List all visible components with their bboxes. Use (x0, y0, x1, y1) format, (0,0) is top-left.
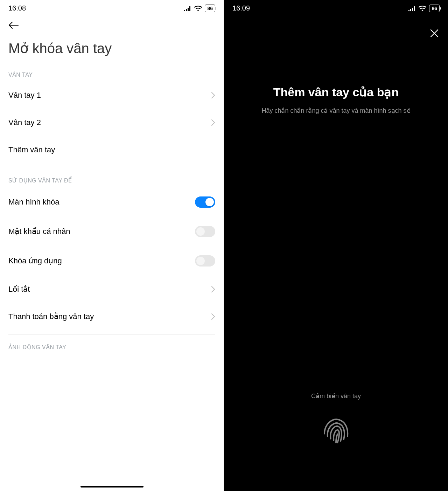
wifi-icon (194, 6, 202, 11)
list-item-label: Mật khẩu cá nhân (8, 227, 70, 236)
status-indicators: 86 (408, 5, 440, 12)
shortcut-row[interactable]: Lối tắt (0, 276, 224, 303)
section-divider (8, 168, 215, 168)
chevron-right-icon (211, 286, 215, 293)
app-lock-toggle-row[interactable]: Khóa ứng dụng (0, 246, 224, 276)
sensor-label: Cảm biến vân tay (224, 392, 448, 400)
fingerprint-icon (317, 413, 355, 451)
status-indicators: 86 (184, 5, 215, 12)
status-bar: 16:08 86 (0, 0, 224, 15)
battery-level: 86 (207, 6, 213, 11)
list-item-label: Thanh toán bằng vân tay (8, 312, 94, 321)
section-header-usage: SỬ DỤNG VÂN TAY ĐỂ (0, 172, 224, 187)
chevron-right-icon (211, 313, 215, 320)
wifi-icon (419, 6, 426, 11)
home-indicator[interactable] (80, 486, 144, 487)
add-fingerprint-content: Thêm vân tay của bạn Hãy chắn chắn rằng … (224, 15, 448, 115)
status-bar: 16:09 86 (224, 0, 448, 15)
lock-screen-toggle[interactable] (195, 196, 215, 208)
list-item-label: Màn hình khóa (8, 198, 59, 207)
close-button[interactable] (430, 29, 439, 39)
chevron-right-icon (211, 92, 215, 99)
cellular-signal-icon (184, 6, 191, 11)
section-header-animation: ẢNH ĐỘNG VÂN TAY (0, 339, 224, 354)
chevron-right-icon (211, 119, 215, 126)
add-fingerprint-item[interactable]: Thêm vân tay (0, 136, 224, 164)
fingerprint-payment-row[interactable]: Thanh toán bằng vân tay (0, 303, 224, 330)
battery-level: 86 (432, 6, 437, 11)
list-item-label: Khóa ứng dụng (8, 256, 62, 265)
status-time: 16:08 (8, 4, 26, 12)
fingerprint-sensor[interactable] (317, 413, 355, 452)
lock-screen-toggle-row[interactable]: Màn hình khóa (0, 187, 224, 217)
back-arrow-icon (8, 21, 19, 29)
battery-indicator: 86 (205, 5, 215, 12)
list-item-label: Lối tắt (8, 285, 30, 294)
list-item-label: Vân tay 2 (8, 118, 41, 127)
add-fingerprint-title: Thêm vân tay của bạn (234, 85, 438, 99)
fingerprint-settings-screen: 16:08 86 Mở khóa vân tay VÂN TAY Vân tay… (0, 0, 224, 491)
page-title: Mở khóa vân tay (0, 34, 224, 67)
list-item-label: Thêm vân tay (8, 145, 55, 154)
close-icon (430, 29, 439, 38)
battery-indicator: 86 (429, 5, 440, 12)
section-divider (8, 334, 215, 335)
status-time: 16:09 (232, 4, 250, 12)
add-fingerprint-subtitle: Hãy chắn chắn rằng cả vân tay và màn hìn… (234, 107, 438, 115)
personal-password-toggle-row[interactable]: Mật khẩu cá nhân (0, 217, 224, 246)
fingerprint-item-2[interactable]: Vân tay 2 (0, 109, 224, 136)
list-item-label: Vân tay 1 (8, 91, 41, 100)
back-button[interactable] (0, 15, 224, 34)
app-lock-toggle[interactable] (195, 255, 215, 267)
section-header-fingerprints: VÂN TAY (0, 67, 224, 82)
personal-password-toggle[interactable] (195, 226, 215, 237)
fingerprint-item-1[interactable]: Vân tay 1 (0, 82, 224, 109)
cellular-signal-icon (408, 6, 416, 11)
add-fingerprint-screen: 16:09 86 Thêm vân tay của bạn Hãy chắn c… (224, 0, 448, 491)
